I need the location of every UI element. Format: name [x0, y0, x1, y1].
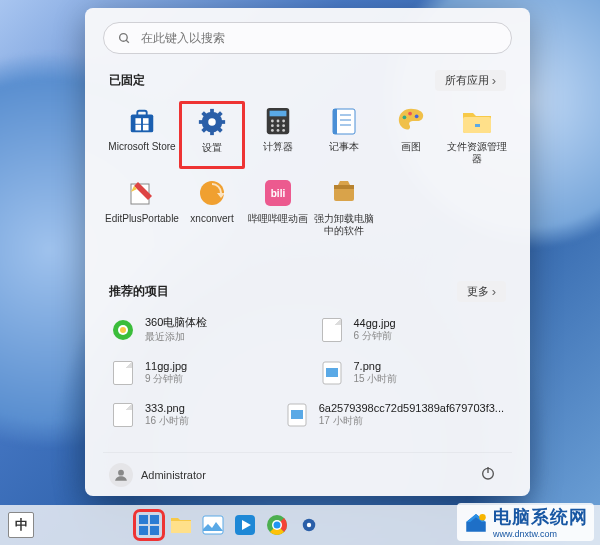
recommended-list: 360电脑体检最近添加 44gg.jpg6 分钟前 11gg.jpg9 分钟前 … — [103, 312, 512, 441]
svg-rect-55 — [139, 515, 148, 524]
app-tile-uninstaller[interactable]: 强力卸载电脑中的软件 — [311, 173, 377, 241]
taskbar-explorer[interactable] — [168, 512, 194, 538]
app-tile-ms-store[interactable]: Microsoft Store — [105, 101, 179, 169]
svg-point-26 — [271, 129, 274, 132]
uninstaller-icon — [328, 177, 360, 209]
svg-line-16 — [203, 129, 206, 132]
app-label: Microsoft Store — [108, 141, 175, 163]
svg-point-0 — [120, 33, 128, 41]
taskbar-start-button[interactable] — [136, 512, 162, 538]
reco-name: 333.png — [145, 402, 189, 414]
watermark: 电脑系统网 www.dnxtw.com — [457, 503, 594, 541]
power-button[interactable] — [474, 459, 502, 491]
reco-item[interactable]: 11gg.jpg9 分钟前 — [109, 357, 298, 389]
app-label: 设置 — [202, 142, 222, 164]
svg-point-47 — [120, 327, 126, 333]
taskbar-settings[interactable] — [296, 512, 322, 538]
svg-point-9 — [208, 118, 216, 126]
reco-meta: 15 小时前 — [354, 372, 398, 386]
reco-item[interactable]: 360电脑体检最近添加 — [109, 312, 298, 347]
svg-rect-60 — [203, 516, 223, 534]
svg-point-68 — [307, 523, 311, 527]
explorer-icon — [170, 515, 192, 535]
image-file-icon — [320, 361, 344, 385]
settings-icon — [299, 515, 319, 535]
image-file-icon — [285, 403, 309, 427]
all-apps-button[interactable]: 所有应用 — [435, 70, 506, 91]
svg-point-28 — [282, 129, 285, 132]
reco-meta: 6 分钟前 — [354, 329, 396, 343]
svg-point-27 — [277, 129, 280, 132]
svg-rect-7 — [143, 125, 149, 131]
taskbar-media-player[interactable] — [232, 512, 258, 538]
app-tile-editplus[interactable]: EditPlusPortable — [105, 173, 179, 241]
svg-rect-19 — [270, 111, 287, 117]
app-tile-explorer[interactable]: 文件资源管理器 — [444, 101, 510, 169]
app-tile-notepad[interactable]: 记事本 — [311, 101, 377, 169]
app-tile-bilibili[interactable]: bili 哔哩哔哩动画 — [245, 173, 311, 241]
user-name: Administrator — [141, 469, 206, 481]
svg-point-22 — [282, 120, 285, 123]
media-player-icon — [234, 514, 256, 536]
svg-rect-38 — [475, 124, 480, 127]
pinned-title: 已固定 — [109, 72, 145, 89]
search-input[interactable] — [141, 31, 497, 45]
svg-line-17 — [219, 113, 222, 116]
watermark-url: www.dnxtw.com — [493, 529, 588, 539]
watermark-logo-icon — [463, 509, 489, 535]
app-label: 记事本 — [329, 141, 359, 163]
settings-icon — [196, 106, 228, 138]
ime-indicator[interactable]: 中 — [8, 512, 34, 538]
watermark-text: 电脑系统网 — [493, 505, 588, 529]
svg-rect-44 — [334, 185, 354, 189]
start-menu-footer: Administrator — [103, 452, 512, 496]
svg-point-24 — [277, 124, 280, 127]
photos-icon — [202, 515, 224, 535]
explorer-icon — [461, 105, 493, 137]
reco-meta: 16 小时前 — [145, 414, 189, 428]
reco-item[interactable]: 44gg.jpg6 分钟前 — [318, 312, 507, 347]
editplus-icon — [126, 177, 158, 209]
more-button[interactable]: 更多 — [457, 281, 506, 302]
app-tile-xnconvert[interactable]: xnconvert — [179, 173, 245, 241]
calculator-icon — [262, 105, 294, 137]
app-label: 哔哩哔哩动画 — [248, 213, 308, 235]
user-account-button[interactable]: Administrator — [109, 463, 206, 487]
svg-point-34 — [402, 115, 406, 119]
app-label: EditPlusPortable — [105, 213, 179, 235]
taskbar-photos[interactable] — [200, 512, 226, 538]
reco-meta: 9 分钟前 — [145, 372, 187, 386]
app-tile-calculator[interactable]: 计算器 — [245, 101, 311, 169]
app-label: 文件资源管理器 — [444, 141, 510, 165]
svg-rect-5 — [143, 118, 149, 124]
file-icon — [320, 318, 344, 342]
app-tile-paint[interactable]: 画图 — [378, 101, 444, 169]
recommended-title: 推荐的项目 — [109, 283, 169, 300]
reco-name: 360电脑体检 — [145, 315, 207, 330]
svg-line-14 — [203, 113, 206, 116]
ms-store-icon — [126, 105, 158, 137]
svg-point-66 — [274, 522, 281, 529]
start-menu: 已固定 所有应用 Microsoft Store 设置 计算器 记事本 画图 文… — [85, 8, 530, 496]
reco-item[interactable]: 333.png16 小时前 — [109, 399, 263, 431]
avatar-icon — [109, 463, 133, 487]
svg-point-21 — [277, 120, 280, 123]
svg-text:bili: bili — [271, 188, 286, 199]
chrome-icon — [266, 514, 288, 536]
app-tile-settings[interactable]: 设置 — [179, 101, 245, 169]
reco-name: 44gg.jpg — [354, 317, 396, 329]
svg-point-23 — [271, 124, 274, 127]
svg-line-15 — [219, 129, 222, 132]
svg-rect-51 — [291, 410, 303, 419]
app-label: 计算器 — [263, 141, 293, 163]
app-label: 强力卸载电脑中的软件 — [311, 213, 377, 237]
search-icon — [118, 32, 131, 45]
taskbar-chrome[interactable] — [264, 512, 290, 538]
xnconvert-icon — [196, 177, 228, 209]
reco-meta: 17 小时前 — [319, 414, 504, 428]
reco-name: 6a2579398cc72d591389af679703f3... — [319, 402, 504, 414]
reco-item[interactable]: 7.png15 小时前 — [318, 357, 507, 389]
reco-item[interactable]: 6a2579398cc72d591389af679703f3...17 小时前 — [283, 399, 506, 431]
svg-rect-59 — [171, 521, 191, 533]
search-bar[interactable] — [103, 22, 512, 54]
